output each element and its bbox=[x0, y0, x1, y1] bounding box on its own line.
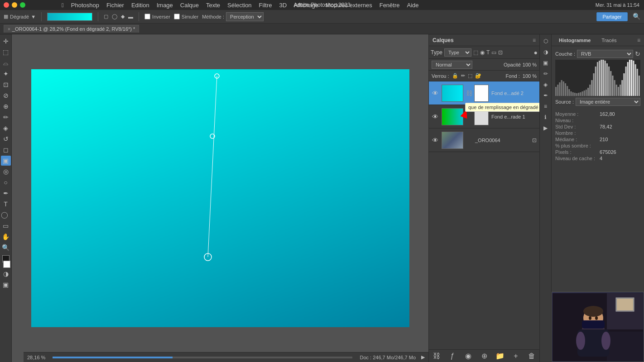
menu-image[interactable]: Image bbox=[157, 2, 173, 9]
blend-mode-dropdown[interactable]: Normal bbox=[432, 61, 472, 69]
new-group-button[interactable]: 📁 bbox=[495, 351, 505, 361]
lock-position-icon[interactable]: 🔒 bbox=[452, 73, 458, 79]
invert-checkbox[interactable] bbox=[144, 14, 150, 19]
layer-item-1[interactable]: 👁 ⛓ Fond e...adé 2 bbox=[429, 81, 539, 105]
filter-adjustment-icon[interactable]: ◉ bbox=[480, 49, 485, 56]
history-tool[interactable]: ↺ bbox=[1, 134, 11, 144]
invert-checkbox-label[interactable]: Inverser bbox=[144, 14, 170, 19]
tool-selector[interactable]: ▦ Dégradé ▼ bbox=[4, 14, 36, 19]
menu-calque[interactable]: Calque bbox=[180, 2, 199, 9]
shape-radial[interactable]: ◯ bbox=[112, 14, 117, 19]
shape-linear[interactable]: ▢ bbox=[104, 14, 108, 19]
close-button[interactable] bbox=[4, 2, 9, 8]
menu-filtre[interactable]: Filtre bbox=[259, 2, 272, 9]
delete-layer-button[interactable]: 🗑 bbox=[527, 351, 537, 361]
histogram-panel-collapse[interactable]: ≡ bbox=[637, 37, 640, 43]
layer-item-2[interactable]: 👁 Fond e...rade 1 que de remplissage en … bbox=[429, 105, 539, 129]
share-button[interactable]: Partager bbox=[596, 12, 627, 21]
color-icon[interactable]: ◑ bbox=[541, 47, 551, 57]
swatches-icon[interactable]: ▣ bbox=[541, 58, 551, 68]
blur-tool[interactable]: ◎ bbox=[1, 167, 11, 176]
shape-reflected[interactable]: ▬ bbox=[128, 14, 133, 19]
actions-icon[interactable]: ▶ bbox=[541, 123, 551, 133]
menu-texte[interactable]: Texte bbox=[206, 2, 220, 9]
clone-tool[interactable]: ◈ bbox=[1, 123, 11, 133]
document-tab[interactable]: × _ORO0064-1 @ 28,2% (Fond en dégradé 2,… bbox=[4, 25, 139, 33]
simulate-checkbox[interactable] bbox=[174, 14, 180, 19]
pen-tool[interactable]: ✒ bbox=[1, 188, 11, 198]
canvas[interactable] bbox=[31, 69, 409, 327]
lasso-tool[interactable]: ⌓ bbox=[1, 58, 11, 68]
apple-menu[interactable]:  bbox=[62, 2, 64, 9]
panel-collapse-icon[interactable]: ≡ bbox=[533, 37, 536, 43]
maximize-button[interactable] bbox=[20, 2, 25, 8]
refresh-icon[interactable]: ↻ bbox=[635, 50, 640, 57]
paths-icon[interactable]: ✒ bbox=[541, 90, 551, 100]
add-style-button[interactable]: ƒ bbox=[447, 351, 457, 361]
select-tool[interactable]: ⬚ bbox=[1, 47, 11, 57]
heal-tool[interactable]: ⊕ bbox=[1, 101, 11, 111]
eyedropper-tool[interactable]: ⊘ bbox=[1, 90, 11, 100]
channels-icon[interactable]: ≡ bbox=[541, 101, 551, 111]
menu-edition[interactable]: Edition bbox=[131, 2, 149, 9]
source-dropdown[interactable]: Image entière bbox=[576, 98, 640, 106]
quick-mask-tool[interactable]: ◑ bbox=[1, 269, 11, 279]
menu-fenetre[interactable]: Fenêtre bbox=[380, 2, 400, 9]
window-controls[interactable] bbox=[4, 2, 25, 8]
magic-wand-tool[interactable]: ✦ bbox=[1, 69, 11, 79]
menu-selection[interactable]: Sélection bbox=[227, 2, 251, 9]
menu-fichier[interactable]: Fichier bbox=[106, 2, 124, 9]
couche-dropdown[interactable]: RVB bbox=[577, 50, 633, 58]
brush-panel-icon[interactable]: ✏ bbox=[541, 69, 551, 79]
arrow-icon[interactable]: ▶ bbox=[421, 354, 425, 360]
titlebar-datetime: Mer. 31 mai à 11:54 bbox=[596, 2, 639, 8]
eraser-tool[interactable]: ◻ bbox=[1, 145, 11, 155]
filter-kind-icon[interactable]: ⬚ bbox=[473, 49, 478, 56]
gradient-tool[interactable]: ▣ bbox=[1, 156, 11, 166]
layer-visibility-1[interactable]: 👁 bbox=[432, 90, 439, 97]
minimize-button[interactable] bbox=[12, 2, 17, 8]
brush-tool[interactable]: ✏ bbox=[1, 112, 11, 122]
info-icon[interactable]: ℹ bbox=[541, 112, 551, 122]
add-mask-button[interactable]: ◉ bbox=[463, 351, 473, 361]
clone-source-icon[interactable]: ◈ bbox=[541, 80, 551, 90]
lock-pixel-icon[interactable]: ⬚ bbox=[468, 73, 472, 79]
traces-tab[interactable]: Tracés bbox=[598, 36, 620, 45]
lock-draw-icon[interactable]: ✏ bbox=[461, 73, 465, 79]
background-color[interactable] bbox=[3, 261, 10, 268]
dodge-tool[interactable]: ○ bbox=[1, 177, 11, 187]
fill-value[interactable]: 100 % bbox=[523, 73, 537, 79]
lock-all-icon[interactable]: 🔐 bbox=[475, 73, 481, 79]
filter-smart-icon[interactable]: ⊡ bbox=[498, 49, 503, 56]
filter-dropdown[interactable]: Type bbox=[444, 48, 471, 57]
histogram-tab[interactable]: Histogramme bbox=[555, 36, 594, 45]
layer-visibility-2[interactable]: 👁 bbox=[432, 113, 439, 120]
tab-close-icon[interactable]: × bbox=[8, 27, 10, 32]
app-name[interactable]: Photoshop bbox=[71, 2, 99, 9]
move-tool[interactable]: ✛ bbox=[1, 36, 11, 46]
opacity-value[interactable]: 100 % bbox=[523, 62, 537, 67]
filter-toggle[interactable]: ● bbox=[534, 49, 538, 56]
gradient-preview[interactable] bbox=[47, 13, 92, 21]
layer-visibility-3[interactable]: 👁 bbox=[432, 137, 439, 144]
text-tool[interactable]: T bbox=[1, 199, 11, 209]
simulate-checkbox-label[interactable]: Simuler bbox=[174, 14, 198, 19]
filter-text-icon[interactable]: T bbox=[486, 49, 490, 56]
method-dropdown[interactable]: Perception bbox=[226, 12, 264, 21]
menu-aide[interactable]: Aide bbox=[407, 2, 419, 9]
menu-3d[interactable]: 3D bbox=[279, 2, 287, 9]
new-adjustment-button[interactable]: ⊕ bbox=[479, 351, 489, 361]
link-layers-button[interactable]: ⛓ bbox=[432, 351, 442, 361]
adjustment-icon[interactable]: ⬡ bbox=[541, 36, 551, 46]
shape-tool[interactable]: ▭ bbox=[1, 221, 11, 231]
layer-item-3[interactable]: 👁 _ORO0064 ⊡ bbox=[429, 129, 539, 152]
filter-shape-icon[interactable]: ▭ bbox=[491, 49, 496, 56]
search-icon[interactable]: 🔍 bbox=[633, 13, 640, 20]
zoom-tool[interactable]: 🔍 bbox=[1, 243, 11, 252]
screen-mode[interactable]: ▣ bbox=[1, 280, 11, 290]
crop-tool[interactable]: ⊡ bbox=[1, 80, 11, 90]
hand-tool[interactable]: ✋ bbox=[1, 232, 11, 242]
new-layer-button[interactable]: + bbox=[511, 351, 521, 361]
path-tool[interactable]: ⃝ bbox=[1, 210, 11, 220]
shape-angle[interactable]: ◆ bbox=[121, 14, 125, 19]
